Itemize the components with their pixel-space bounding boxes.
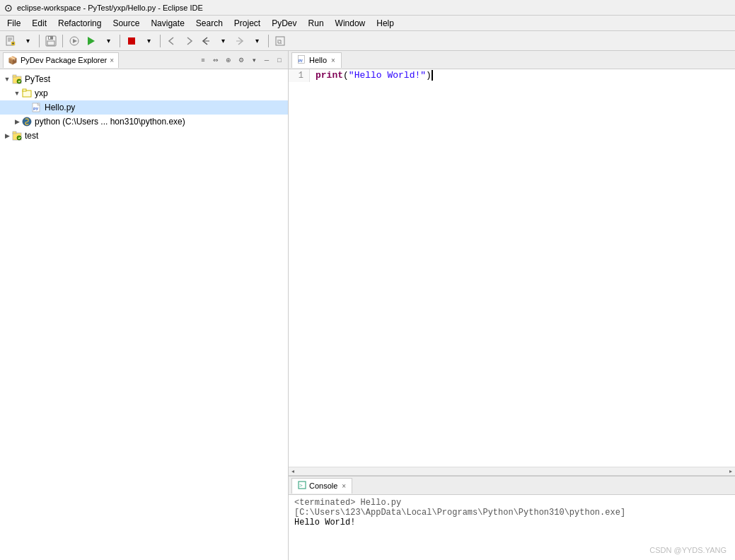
interpreter-icon-python: [21, 116, 33, 127]
console-tab-label: Console: [309, 482, 337, 490]
menu-search[interactable]: Search: [190, 16, 228, 30]
editor-content[interactable]: 1 print("Hello World!"): [289, 69, 735, 467]
svg-point-29: [17, 136, 21, 140]
tree-item-test[interactable]: ▶ test: [0, 129, 288, 143]
toolbar-sep-1: [39, 35, 40, 47]
sidebar-maximize-btn[interactable]: □: [274, 54, 285, 66]
menu-edit[interactable]: Edit: [26, 16, 52, 30]
tree-item-pytest[interactable]: ▼ PyTest: [0, 72, 288, 86]
console-tab-close[interactable]: ×: [342, 482, 346, 490]
line-number-1: 1: [289, 69, 310, 82]
sidebar-tab-close[interactable]: ×: [110, 57, 114, 64]
sidebar: 📦 PyDev Package Explorer × ≡ ⇔ ⊕ ⚙ ▾ ─ □…: [0, 51, 289, 560]
toolbar-sep-5: [268, 35, 269, 47]
toolbar-sep-2: [62, 35, 63, 47]
menu-project[interactable]: Project: [228, 16, 266, 30]
svg-rect-10: [47, 41, 54, 45]
sidebar-tab-package-explorer[interactable]: 📦 PyDev Package Explorer ×: [3, 52, 119, 68]
menu-help[interactable]: Help: [371, 16, 400, 30]
toolbar-save-btn[interactable]: [43, 33, 59, 49]
scroll-right-arrow[interactable]: ▸: [727, 467, 735, 476]
toolbar-prev-edit-btn[interactable]: [164, 33, 180, 49]
svg-rect-14: [128, 37, 135, 45]
package-icon-yxp: [21, 88, 33, 99]
project-icon-test: [11, 130, 23, 141]
tree-item-hello[interactable]: ▶ py Hello.py: [0, 100, 288, 115]
menu-file[interactable]: File: [1, 16, 26, 30]
sidebar-collapse-btn[interactable]: ≡: [197, 54, 209, 66]
menu-refactoring[interactable]: Refactoring: [52, 16, 107, 30]
svg-point-21: [17, 79, 21, 83]
svg-rect-9: [49, 37, 50, 39]
svg-rect-23: [23, 89, 26, 91]
toolbar-new-dropdown[interactable]: ▾: [20, 33, 35, 49]
editor-tab-bar: py Hello ×: [289, 51, 735, 69]
editor-tab-hello[interactable]: py Hello ×: [291, 52, 342, 68]
window-title: eclipse-workspace - PyTest/yxp/Hello.py …: [17, 4, 203, 12]
sidebar-new-py-btn[interactable]: ⊕: [223, 54, 234, 66]
tree-arrow-test: ▶: [3, 132, 11, 140]
menu-pydev[interactable]: PyDev: [266, 16, 302, 30]
sidebar-minimize-btn[interactable]: ─: [261, 54, 272, 66]
toolbar: ▾ ▾ ▾ ▾ ▾ ⧉: [0, 31, 735, 51]
toolbar-run-dropdown[interactable]: ▾: [100, 33, 116, 49]
menu-navigate[interactable]: Navigate: [145, 16, 190, 30]
scroll-left-arrow[interactable]: ◂: [289, 467, 297, 476]
sidebar-viewmenu-btn[interactable]: ▾: [248, 54, 260, 66]
toolbar-run-btn[interactable]: [83, 33, 99, 49]
tree-arrow-python: ▶: [13, 117, 21, 126]
svg-marker-12: [73, 39, 77, 43]
tree-arrow-yxp: ▼: [13, 89, 21, 98]
editor-tab-close[interactable]: ×: [331, 57, 335, 64]
tree-label-yxp: yxp: [35, 88, 48, 98]
toolbar-forward-dropdown[interactable]: ▾: [249, 33, 265, 49]
svg-marker-13: [88, 37, 95, 45]
pyfile-icon-hello: py: [31, 102, 42, 113]
sidebar-config-btn[interactable]: ⚙: [236, 54, 247, 66]
menu-bar: File Edit Refactoring Source Navigate Se…: [0, 16, 735, 31]
editor-scrollbar[interactable]: ◂ ▸: [289, 467, 735, 475]
toolbar-back-btn[interactable]: [198, 33, 214, 49]
sidebar-link-btn[interactable]: ⇔: [210, 54, 221, 66]
tree-arrow-pytest: ▼: [3, 75, 11, 83]
toolbar-next-edit-btn[interactable]: [181, 33, 197, 49]
tree-label-python: python (C:\Users ... hon310\python.exe): [35, 117, 185, 127]
toolbar-stop-btn[interactable]: [124, 33, 139, 49]
code-line-1: 1 print("Hello World!"): [289, 69, 735, 82]
editor-tab-icon: py: [298, 55, 306, 65]
svg-text:py: py: [33, 106, 39, 110]
console-tab[interactable]: > Console ×: [291, 478, 352, 494]
code-area: 1 print("Hello World!"): [289, 69, 735, 467]
tree-label-test: test: [25, 131, 38, 141]
console-output-line: Hello World!: [294, 518, 729, 527]
title-bar: ⊙ eclipse-workspace - PyTest/yxp/Hello.p…: [0, 0, 735, 16]
console-tab-icon: >: [298, 481, 306, 491]
main-area: 📦 PyDev Package Explorer × ≡ ⇔ ⊕ ⚙ ▾ ─ □…: [0, 51, 735, 560]
package-explorer-icon: 📦: [8, 56, 18, 65]
tree-item-python[interactable]: ▶ python (C:\Users ... hon310\python.exe…: [0, 115, 288, 129]
tree-label-pytest: PyTest: [25, 74, 50, 84]
svg-text:⧉: ⧉: [277, 38, 282, 45]
editor-area: py Hello × 1 print("Hello World!") ◂ ▸: [289, 51, 735, 560]
toolbar-forward-btn[interactable]: [232, 33, 248, 49]
tree-label-hello: Hello.py: [45, 103, 75, 112]
svg-text:>: >: [299, 482, 303, 489]
toolbar-back-dropdown[interactable]: ▾: [215, 33, 231, 49]
toolbar-debug-btn[interactable]: [66, 33, 82, 49]
project-icon-pytest: [11, 74, 23, 85]
sidebar-tab-icons: ≡ ⇔ ⊕ ⚙ ▾ ─ □: [197, 54, 285, 66]
toolbar-stop-dropdown[interactable]: ▾: [141, 33, 156, 49]
sidebar-tab-bar: 📦 PyDev Package Explorer × ≡ ⇔ ⊕ ⚙ ▾ ─ □: [0, 51, 288, 69]
menu-window[interactable]: Window: [330, 16, 371, 30]
menu-run[interactable]: Run: [303, 16, 330, 30]
editor-tab-label: Hello: [309, 56, 327, 64]
tree-item-yxp[interactable]: ▼ yxp: [0, 86, 288, 100]
scroll-track: [297, 467, 727, 476]
toolbar-sep-4: [160, 35, 161, 47]
line-code-1: print("Hello World!"): [310, 69, 433, 82]
app-icon: ⊙: [4, 2, 13, 13]
menu-source[interactable]: Source: [107, 16, 145, 30]
toolbar-new-btn[interactable]: [3, 33, 18, 49]
toolbar-open-type-btn[interactable]: ⧉: [272, 33, 288, 49]
sidebar-tab-label: PyDev Package Explorer: [21, 56, 107, 64]
